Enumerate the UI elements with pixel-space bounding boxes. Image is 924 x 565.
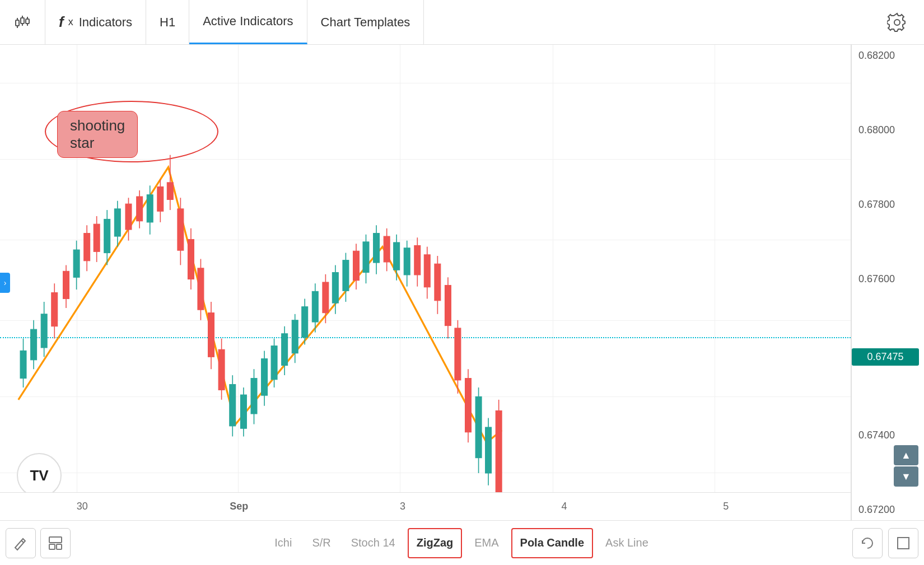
chart-type-button[interactable]: [0, 0, 45, 44]
svg-rect-99: [475, 396, 482, 457]
svg-rect-87: [414, 245, 421, 274]
chart-svg: [0, 45, 851, 520]
svg-rect-101: [486, 427, 492, 473]
svg-rect-55: [251, 379, 257, 414]
x-label-sep: Sep: [230, 501, 248, 512]
indicators-label: Indicators: [79, 15, 132, 30]
active-indicators-label: Active Indicators: [203, 14, 293, 29]
svg-rect-81: [384, 236, 390, 262]
y-label-2: 0.68000: [852, 125, 924, 135]
svg-rect-11: [20, 351, 26, 378]
price-badge: 0.67475: [852, 348, 919, 366]
chart-container[interactable]: › shooting star: [0, 45, 851, 520]
svg-rect-33: [125, 204, 132, 230]
svg-rect-43: [188, 240, 194, 279]
svg-rect-15: [41, 314, 47, 348]
svg-rect-63: [292, 320, 298, 353]
scroll-down-button[interactable]: ▼: [894, 466, 918, 487]
y-label-5: 0.67400: [852, 430, 924, 440]
active-indicators-tab[interactable]: Active Indicators: [189, 0, 307, 44]
svg-rect-19: [104, 219, 110, 253]
svg-rect-51: [230, 385, 236, 426]
timeframe-button[interactable]: H1: [146, 0, 189, 44]
svg-rect-3: [21, 18, 24, 24]
pola-candle-indicator[interactable]: Pola Candle: [511, 528, 593, 558]
chart-templates-tab[interactable]: Chart Templates: [307, 0, 424, 44]
layout-tool-button[interactable]: [40, 528, 71, 558]
refresh-button[interactable]: [852, 528, 883, 558]
nav-arrows: ▲ ▼: [894, 445, 918, 487]
svg-rect-29: [84, 234, 90, 261]
zigzag-indicator[interactable]: ZigZag: [408, 528, 463, 558]
left-expand-arrow[interactable]: ›: [0, 273, 10, 293]
svg-rect-37: [157, 187, 164, 212]
svg-rect-35: [137, 197, 143, 221]
svg-rect-45: [198, 268, 204, 310]
svg-rect-27: [63, 271, 69, 298]
y-label-4: 0.67600: [852, 274, 924, 284]
ichi-indicator[interactable]: Ichi: [267, 528, 300, 558]
svg-rect-21: [114, 209, 120, 236]
x-label-5: 5: [723, 501, 729, 512]
x-label-4: 4: [562, 501, 567, 512]
svg-rect-83: [394, 242, 400, 270]
svg-rect-79: [353, 251, 360, 280]
svg-rect-39: [167, 183, 173, 200]
svg-rect-107: [57, 544, 62, 549]
svg-rect-108: [898, 538, 909, 549]
svg-line-104: [21, 540, 24, 543]
svg-rect-31: [94, 224, 100, 251]
ask-line-indicator[interactable]: Ask Line: [598, 528, 656, 558]
svg-rect-75: [374, 234, 380, 263]
y-axis: 0.68200 0.68000 0.67800 0.67600 0.67475 …: [851, 45, 924, 520]
svg-point-9: [894, 20, 900, 25]
main-area: › shooting star: [0, 45, 924, 520]
svg-rect-69: [332, 273, 338, 303]
ema-indicator[interactable]: EMA: [466, 528, 506, 558]
svg-rect-67: [312, 291, 318, 322]
svg-rect-49: [218, 349, 225, 390]
x-label-30: 30: [77, 501, 88, 512]
svg-rect-89: [424, 255, 430, 287]
svg-rect-105: [49, 537, 62, 543]
y-label-3: 0.67800: [852, 199, 924, 209]
sr-indicator[interactable]: S/R: [304, 528, 338, 558]
bottom-toolbar: Ichi S/R Stoch 14 ZigZag EMA Pola Candle…: [0, 520, 924, 565]
svg-rect-85: [404, 248, 410, 275]
y-label-6: 0.67200: [852, 505, 924, 515]
svg-rect-47: [208, 313, 214, 357]
stoch14-indicator[interactable]: Stoch 14: [343, 528, 403, 558]
svg-rect-6: [26, 19, 29, 24]
svg-rect-65: [302, 307, 308, 338]
svg-rect-57: [262, 359, 268, 396]
svg-rect-13: [31, 329, 37, 360]
svg-rect-97: [465, 379, 472, 432]
x-axis: 30 Sep 3 4 5: [0, 492, 851, 520]
draw-tool-button[interactable]: [6, 528, 36, 558]
svg-rect-17: [73, 250, 80, 277]
y-label-1: 0.68200: [852, 50, 924, 60]
svg-rect-91: [435, 264, 441, 301]
svg-rect-53: [240, 395, 246, 428]
svg-rect-61: [282, 334, 288, 366]
svg-rect-77: [323, 282, 329, 313]
scroll-up-button[interactable]: ▲: [894, 445, 918, 465]
tradingview-logo: TV: [17, 453, 62, 498]
svg-rect-59: [271, 346, 277, 380]
svg-rect-95: [455, 328, 461, 380]
svg-rect-41: [178, 209, 184, 250]
fullscreen-button[interactable]: [888, 528, 918, 558]
svg-rect-23: [147, 195, 153, 222]
svg-rect-0: [16, 20, 19, 26]
svg-rect-25: [52, 293, 58, 326]
bottom-right-icons: [852, 528, 918, 558]
svg-rect-71: [343, 260, 349, 291]
top-toolbar: f x Indicators H1 Active Indicators Char…: [0, 0, 924, 45]
settings-button[interactable]: [870, 0, 924, 44]
svg-rect-73: [363, 242, 369, 273]
x-label-3: 3: [400, 501, 405, 512]
fx-indicators-button[interactable]: f x Indicators: [45, 0, 146, 44]
svg-rect-93: [445, 285, 451, 325]
timeframe-label: H1: [160, 15, 175, 30]
svg-rect-106: [49, 544, 55, 549]
